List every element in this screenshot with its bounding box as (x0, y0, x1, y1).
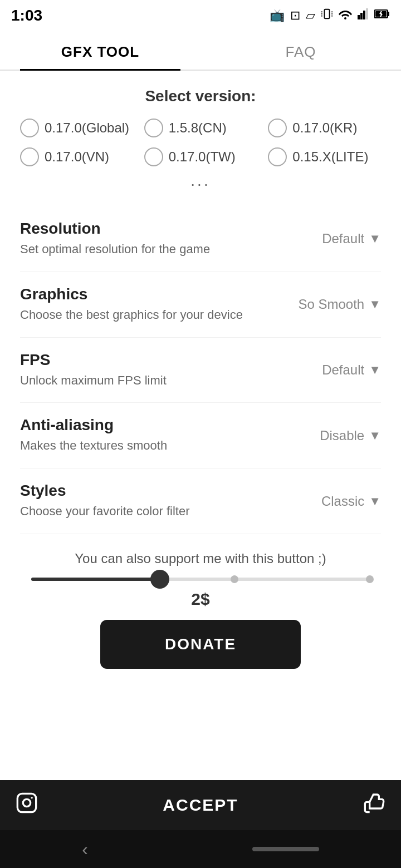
resolution-dropdown[interactable]: Default ▼ (292, 231, 381, 246)
slider-fill (31, 578, 160, 581)
version-label-lite: 0.15.X(LITE) (292, 149, 368, 165)
svg-point-7 (344, 17, 346, 19)
antialiasing-value: Disable (320, 428, 364, 443)
radio-lite[interactable] (268, 147, 287, 166)
fps-value: Default (322, 362, 364, 378)
setting-desc-antialiasing: Makes the textures smooth (20, 437, 281, 455)
setting-row-graphics: Graphics Choose the best graphics for yo… (20, 272, 381, 338)
svg-rect-9 (360, 13, 363, 19)
svg-rect-8 (358, 15, 360, 19)
screen-record-icon: ⊡ (290, 8, 300, 23)
instagram-icon[interactable] (16, 792, 38, 819)
version-option-tw[interactable]: 0.17.0(TW) (144, 147, 257, 166)
setting-info-resolution: Resolution Set optimal resolution for th… (20, 220, 292, 258)
cast-icon: ▱ (306, 8, 315, 23)
wifi-icon (339, 8, 352, 23)
navigation-bar: ‹ (0, 830, 401, 868)
version-option-cn[interactable]: 1.5.8(CN) (144, 119, 257, 137)
graphics-dropdown[interactable]: So Smooth ▼ (292, 297, 381, 312)
setting-info-antialiasing: Anti-aliasing Makes the textures smooth (20, 416, 292, 455)
thumbs-up-icon[interactable] (363, 792, 385, 819)
version-option-kr[interactable]: 0.17.0(KR) (268, 119, 381, 137)
styles-dropdown[interactable]: Classic ▼ (292, 494, 381, 509)
donation-slider-track (31, 578, 370, 581)
accept-button[interactable]: ACCEPT (49, 796, 352, 815)
graphics-chevron-icon: ▼ (369, 297, 381, 312)
slider-tick-2 (366, 575, 374, 583)
tab-faq[interactable]: FAQ (200, 31, 401, 70)
tab-bar: GFX TOOL FAQ (0, 31, 401, 71)
svg-point-20 (31, 797, 33, 798)
version-label-kr: 0.17.0(KR) (292, 120, 357, 136)
status-bar: 1:03 📺 ⊡ ▱ (0, 0, 401, 31)
resolution-chevron-icon: ▼ (369, 231, 381, 246)
setting-desc-graphics: Choose the best graphics for your device (20, 307, 281, 324)
radio-kr[interactable] (268, 119, 287, 137)
setting-desc-resolution: Set optimal resolution for the game (20, 241, 281, 258)
back-button[interactable]: ‹ (82, 839, 88, 860)
version-row-1: 0.17.0(Global) 1.5.8(CN) 0.17.0(KR) (20, 119, 381, 137)
radio-tw[interactable] (144, 147, 163, 166)
setting-name-styles: Styles (20, 482, 281, 500)
fps-dropdown[interactable]: Default ▼ (292, 362, 381, 378)
slider-thumb[interactable] (150, 570, 169, 589)
version-label-vn: 0.17.0(VN) (45, 149, 109, 165)
setting-name-fps: FPS (20, 351, 281, 369)
battery-icon (374, 8, 390, 23)
radio-vn[interactable] (20, 147, 39, 166)
slider-value: 2$ (31, 590, 370, 609)
donate-button[interactable]: DONATE (100, 620, 301, 669)
tv-icon: 📺 (270, 8, 285, 23)
setting-name-resolution: Resolution (20, 220, 281, 238)
svg-rect-18 (17, 793, 36, 812)
vibrate-icon (321, 8, 333, 23)
svg-rect-11 (366, 8, 368, 19)
version-row-2: 0.17.0(VN) 0.17.0(TW) 0.15.X(LITE) (20, 147, 381, 166)
setting-info-styles: Styles Choose your favorite color filter (20, 482, 292, 520)
home-pill[interactable] (252, 847, 319, 851)
svg-rect-0 (324, 9, 329, 19)
slider-tick-1 (231, 575, 238, 583)
styles-chevron-icon: ▼ (369, 494, 381, 509)
support-text: You can also support me with this button… (20, 551, 381, 566)
setting-row-antialiasing: Anti-aliasing Makes the textures smooth … (20, 403, 381, 468)
graphics-value: So Smooth (298, 297, 364, 312)
version-label-tw: 0.17.0(TW) (169, 149, 236, 165)
version-option-vn[interactable]: 0.17.0(VN) (20, 147, 133, 166)
more-versions-indicator[interactable]: ··· (20, 175, 381, 193)
status-time: 1:03 (11, 7, 42, 24)
radio-cn[interactable] (144, 119, 163, 137)
fps-chevron-icon: ▼ (369, 363, 381, 377)
signal-icon (358, 8, 369, 23)
setting-info-graphics: Graphics Choose the best graphics for yo… (20, 285, 292, 324)
version-option-global[interactable]: 0.17.0(Global) (20, 119, 133, 137)
bottom-bar: ACCEPT (0, 780, 401, 830)
svg-point-19 (23, 799, 30, 806)
main-content: Select version: 0.17.0(Global) 1.5.8(CN)… (0, 71, 401, 693)
resolution-value: Default (322, 231, 364, 246)
svg-rect-13 (388, 12, 389, 16)
version-label-global: 0.17.0(Global) (45, 120, 129, 136)
setting-desc-fps: Unlock maximum FPS limit (20, 372, 281, 389)
version-label-cn: 1.5.8(CN) (169, 120, 227, 136)
setting-row-styles: Styles Choose your favorite color filter… (20, 468, 381, 534)
antialiasing-dropdown[interactable]: Disable ▼ (292, 428, 381, 443)
status-icons: 📺 ⊡ ▱ (270, 8, 390, 23)
antialiasing-chevron-icon: ▼ (369, 428, 381, 443)
version-section-title: Select version: (20, 87, 381, 105)
version-option-lite[interactable]: 0.15.X(LITE) (268, 147, 381, 166)
setting-desc-styles: Choose your favorite color filter (20, 503, 281, 520)
setting-row-fps: FPS Unlock maximum FPS limit Default ▼ (20, 338, 381, 403)
setting-info-fps: FPS Unlock maximum FPS limit (20, 351, 292, 389)
version-grid: 0.17.0(Global) 1.5.8(CN) 0.17.0(KR) 0.17… (20, 119, 381, 166)
svg-rect-10 (363, 11, 365, 19)
setting-row-resolution: Resolution Set optimal resolution for th… (20, 206, 381, 272)
radio-global[interactable] (20, 119, 39, 137)
tab-gfx-tool[interactable]: GFX TOOL (0, 31, 200, 70)
setting-name-antialiasing: Anti-aliasing (20, 416, 281, 434)
donation-slider-container: 2$ (20, 578, 381, 609)
styles-value: Classic (321, 494, 364, 509)
setting-name-graphics: Graphics (20, 285, 281, 303)
